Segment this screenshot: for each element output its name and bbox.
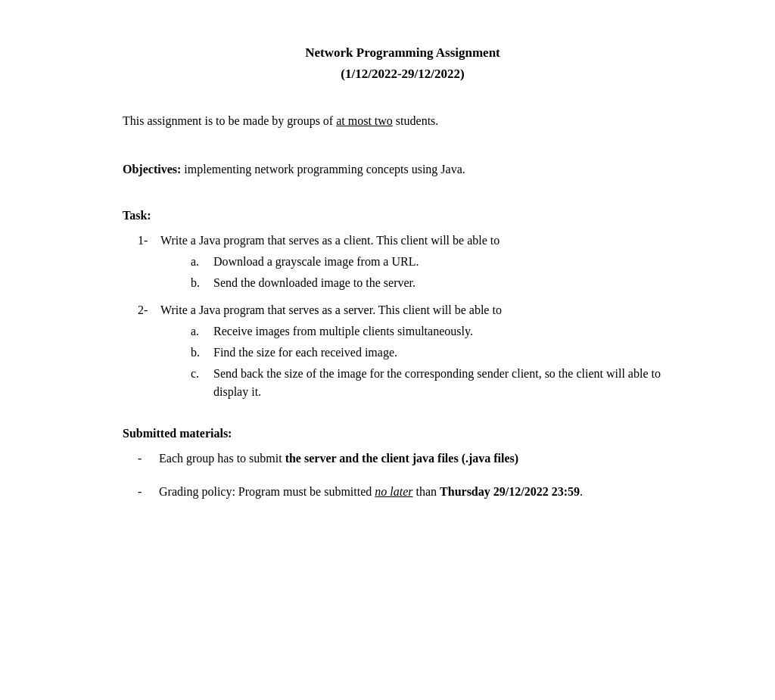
sub-letter-2a: a. [191,322,213,341]
sub-item-2a: a. Receive images from multiple clients … [191,322,683,341]
header: Network Programming Assignment (1/12/202… [123,45,683,82]
task-item-2: 2- Write a Java program that serves as a… [138,301,683,404]
date-subtitle: (1/12/2022-29/12/2022) [123,67,683,82]
sub-content-2b: Find the size for each received image. [213,344,683,362]
intro-text-after: students. [393,114,438,127]
sub-item-2c: c. Send back the size of the image for t… [191,365,683,401]
submitted-item-1: - Each group has to submit the server an… [138,450,683,468]
submitted-section: Submitted materials: - Each group has to… [123,427,683,501]
objectives-text: implementing network programming concept… [181,163,465,176]
submitted-content-2: Grading policy: Program must be submitte… [159,483,683,501]
task-item-1: 1- Write a Java program that serves as a… [138,232,683,295]
task-content-2: Write a Java program that serves as a se… [160,301,683,404]
submitted-bold-1: the server and the client java files (.j… [285,452,519,465]
task-num-2: 2- [138,301,160,319]
task-num-1: 1- [138,232,160,250]
sub-item-2b: b. Find the size for each received image… [191,344,683,362]
task-content-1: Write a Java program that serves as a cl… [160,232,683,295]
submitted-heading: Submitted materials: [123,427,683,440]
dash-2: - [138,483,159,501]
sub-letter-1b: b. [191,274,213,292]
submitted-item-2: - Grading policy: Program must be submit… [138,483,683,501]
sub-item-1b: b. Send the downloaded image to the serv… [191,274,683,292]
intro-text-before: This assignment is to be made by groups … [123,114,336,127]
task-heading: Task: [123,209,683,222]
dash-1: - [138,450,159,468]
main-title: Network Programming Assignment [123,45,683,61]
no-later-text: no later [375,485,412,498]
objectives-label: Objectives: [123,163,181,176]
sub-list-2: a. Receive images from multiple clients … [160,322,683,401]
deadline-text: Thursday 29/12/2022 23:59 [440,485,580,498]
sub-letter-2b: b. [191,344,213,362]
sub-content-2a: Receive images from multiple clients sim… [213,322,683,341]
task-list: 1- Write a Java program that serves as a… [123,232,683,404]
submitted-content-1: Each group has to submit the server and … [159,450,683,468]
page-container: Network Programming Assignment (1/12/202… [62,0,713,565]
submitted-list: - Each group has to submit the server an… [123,450,683,501]
sub-item-1a: a. Download a grayscale image from a URL… [191,253,683,271]
sub-content-1a: Download a grayscale image from a URL. [213,253,683,271]
sub-letter-2c: c. [191,365,213,383]
sub-list-1: a. Download a grayscale image from a URL… [160,253,683,292]
sub-letter-1a: a. [191,253,213,271]
sub-content-1b: Send the downloaded image to the server. [213,274,683,292]
sub-content-2c: Send back the size of the image for the … [213,365,683,401]
intro-paragraph: This assignment is to be made by groups … [123,112,683,130]
task-section: Task: 1- Write a Java program that serve… [123,209,683,404]
objectives-paragraph: Objectives: implementing network program… [123,160,683,179]
intro-underlined: at most two [336,114,393,127]
